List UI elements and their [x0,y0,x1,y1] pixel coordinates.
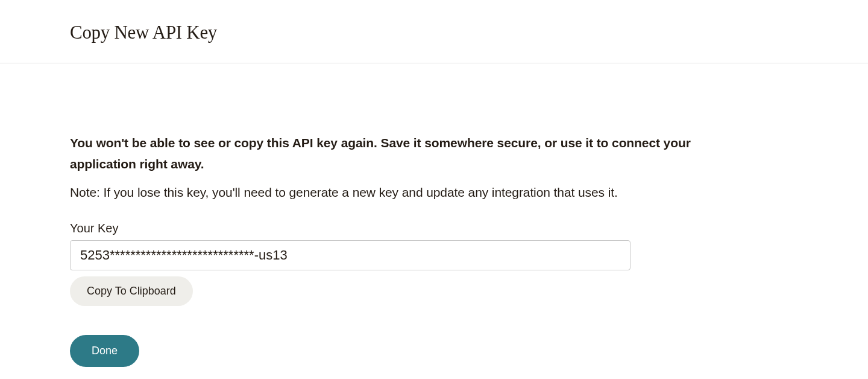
page-title: Copy New API Key [70,22,868,43]
api-key-label: Your Key [70,221,702,235]
main-content: You won't be able to see or copy this AP… [0,63,772,367]
warning-message: You won't be able to see or copy this AP… [70,133,702,174]
done-button[interactable]: Done [70,335,139,367]
copy-to-clipboard-button[interactable]: Copy To Clipboard [70,276,193,306]
note-message: Note: If you lose this key, you'll need … [70,183,702,202]
page-header: Copy New API Key [0,0,868,63]
api-key-input[interactable] [70,240,631,270]
